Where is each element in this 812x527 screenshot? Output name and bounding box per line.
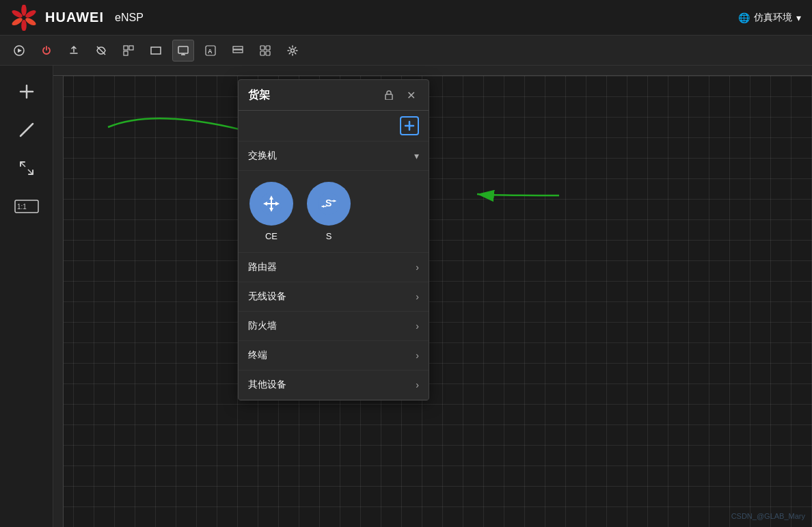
env-label: 仿真环境 xyxy=(754,12,792,24)
svg-point-3 xyxy=(21,19,27,30)
category-router[interactable]: 路由器 › xyxy=(239,253,429,282)
env-selector[interactable]: 🌐 仿真环境 ▾ xyxy=(738,12,801,24)
watermark: CSDN_@GLAB_Mary xyxy=(731,512,805,520)
main-area: 1:1 xyxy=(0,66,812,527)
devices-grid: CE S xyxy=(239,171,429,253)
settings-button[interactable] xyxy=(282,40,303,62)
panel-header-icons: ✕ xyxy=(381,87,419,103)
svg-rect-34 xyxy=(385,94,392,100)
huawei-logo xyxy=(11,5,37,31)
upload-button[interactable] xyxy=(63,40,85,62)
svg-line-29 xyxy=(28,170,33,174)
category-other-chevron: › xyxy=(416,379,419,390)
category-switch-label: 交换机 xyxy=(248,150,414,162)
ruler-left xyxy=(53,76,64,527)
category-terminal-label: 终端 xyxy=(248,349,416,362)
device-ce-label: CE xyxy=(265,231,278,241)
category-wireless-label: 无线设备 xyxy=(248,290,416,303)
svg-text:1:1: 1:1 xyxy=(17,203,27,211)
category-firewall-chevron: › xyxy=(416,321,419,332)
svg-rect-21 xyxy=(266,46,270,50)
titlebar: HUAWEI eNSP 🌐 仿真环境 ▾ xyxy=(0,0,812,36)
device-s-icon: S xyxy=(307,182,351,226)
grid-button[interactable] xyxy=(118,40,139,62)
category-terminal-chevron: › xyxy=(416,350,419,361)
line-tool[interactable] xyxy=(14,118,39,142)
eye-off-button[interactable] xyxy=(90,40,112,62)
svg-text:A: A xyxy=(208,48,213,55)
apps-button[interactable] xyxy=(254,40,276,62)
svg-line-8 xyxy=(97,46,105,55)
category-router-chevron: › xyxy=(416,262,419,273)
canvas-area[interactable]: 货架 ✕ 交换机 ▾ xyxy=(53,66,812,527)
toolbar: A xyxy=(0,36,812,66)
panel-lock-button[interactable] xyxy=(381,87,397,103)
panel-add-area xyxy=(239,111,429,141)
svg-point-0 xyxy=(21,5,27,16)
brand-name: HUAWEI xyxy=(45,10,104,25)
globe-icon: 🌐 xyxy=(738,12,750,23)
category-firewall[interactable]: 防火墙 › xyxy=(239,312,429,341)
svg-rect-13 xyxy=(178,46,188,53)
layers-button[interactable] xyxy=(227,40,249,62)
svg-rect-20 xyxy=(260,46,265,50)
category-wireless-chevron: › xyxy=(416,291,419,302)
panel-add-button[interactable] xyxy=(400,116,419,135)
left-tools: 1:1 xyxy=(0,66,53,527)
svg-line-27 xyxy=(21,124,33,136)
category-other-label: 其他设备 xyxy=(248,379,416,391)
svg-line-28 xyxy=(21,162,25,167)
add-tool[interactable] xyxy=(14,79,39,104)
text-button[interactable]: A xyxy=(200,40,221,62)
category-switch-chevron: ▾ xyxy=(414,150,419,161)
device-ce-icon xyxy=(249,182,293,226)
device-s[interactable]: S S xyxy=(307,182,351,241)
monitor-button[interactable] xyxy=(172,40,194,62)
device-s-label: S xyxy=(326,231,332,241)
ratio-tool[interactable]: 1:1 xyxy=(14,194,39,219)
svg-rect-11 xyxy=(124,51,128,55)
category-wireless[interactable]: 无线设备 › xyxy=(239,282,429,312)
svg-rect-23 xyxy=(266,51,270,55)
category-terminal[interactable]: 终端 › xyxy=(239,341,429,370)
product-name: eNSP xyxy=(115,12,144,24)
device-ce[interactable]: CE xyxy=(249,182,293,241)
svg-rect-12 xyxy=(151,47,161,54)
category-switch[interactable]: 交换机 ▾ xyxy=(239,141,429,171)
svg-rect-22 xyxy=(260,51,265,55)
svg-rect-10 xyxy=(129,46,133,50)
svg-rect-9 xyxy=(124,46,128,50)
panel: 货架 ✕ 交换机 ▾ xyxy=(238,79,429,401)
panel-title: 货架 xyxy=(248,88,381,103)
rect-button[interactable] xyxy=(145,40,167,62)
svg-rect-19 xyxy=(233,50,243,53)
svg-rect-18 xyxy=(233,46,243,49)
panel-header: 货架 ✕ xyxy=(239,80,429,111)
env-chevron: ▾ xyxy=(796,12,801,23)
svg-marker-7 xyxy=(18,49,22,53)
expand-tool[interactable] xyxy=(14,156,39,180)
power-button[interactable] xyxy=(36,40,57,62)
play-button[interactable] xyxy=(8,40,30,62)
category-other[interactable]: 其他设备 › xyxy=(239,370,429,400)
svg-point-24 xyxy=(291,49,295,52)
ruler-top xyxy=(53,66,812,76)
panel-close-button[interactable]: ✕ xyxy=(403,87,419,103)
category-firewall-label: 防火墙 xyxy=(248,320,416,332)
category-router-label: 路由器 xyxy=(248,261,416,273)
